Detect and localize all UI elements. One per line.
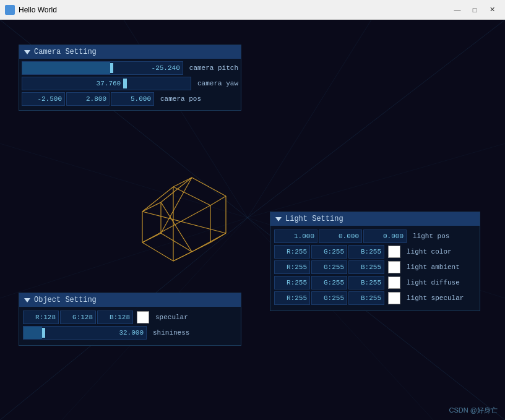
object-panel-content: specular 32.000 shininess — [19, 307, 241, 345]
camera-pos-z[interactable] — [111, 92, 154, 106]
light-pos-y[interactable] — [319, 229, 362, 243]
specular-color-swatch[interactable] — [137, 311, 149, 324]
app-icon — [5, 5, 15, 15]
camera-pitch-label: camera pitch — [184, 64, 238, 72]
light-panel-header: Light Setting — [270, 212, 480, 226]
light-collapse-icon[interactable] — [275, 217, 282, 221]
svg-line-28 — [173, 252, 192, 261]
light-panel-content: light pos light color light ambient — [270, 226, 480, 311]
camera-yaw-label: camera yaw — [192, 80, 238, 87]
light-specular-swatch[interactable] — [388, 292, 400, 304]
svg-line-33 — [161, 202, 192, 252]
svg-line-9 — [248, 144, 505, 218]
object-panel-header: Object Setting — [19, 293, 241, 307]
svg-line-5 — [248, 20, 371, 218]
light-diffuse-row: light diffuse — [274, 276, 476, 289]
light-diffuse-r[interactable] — [274, 276, 310, 289]
svg-line-22 — [161, 233, 192, 252]
light-color-b[interactable] — [348, 245, 384, 259]
light-specular-g[interactable] — [311, 291, 347, 305]
camera-pos-row: camera pos — [22, 92, 238, 106]
shininess-label: shininess — [148, 329, 189, 336]
light-diffuse-g[interactable] — [311, 276, 347, 289]
light-diffuse-b[interactable] — [348, 276, 384, 289]
light-diffuse-label: light diffuse — [402, 279, 460, 286]
light-ambient-row: light ambient — [274, 260, 476, 274]
minimize-button[interactable]: — — [449, 4, 465, 16]
svg-line-24 — [142, 202, 161, 212]
camera-pitch-row: -25.240 camera pitch — [22, 61, 238, 75]
specular-g[interactable] — [60, 311, 96, 324]
svg-line-15 — [173, 242, 210, 261]
svg-line-21 — [192, 233, 226, 252]
specular-row: specular — [23, 311, 237, 324]
light-panel-title: Light Setting — [285, 215, 343, 223]
camera-panel: Camera Setting -25.240 camera pitch 3 — [19, 45, 241, 111]
light-ambient-label: light ambient — [402, 264, 460, 271]
titlebar-left: Hello World — [5, 5, 57, 15]
svg-line-30 — [142, 212, 226, 233]
camera-pos-label: camera pos — [155, 95, 201, 103]
close-button[interactable]: ✕ — [484, 4, 500, 16]
light-color-swatch[interactable] — [388, 246, 400, 258]
camera-pos-x[interactable] — [22, 92, 65, 106]
light-pos-x[interactable] — [274, 229, 317, 243]
svg-line-12 — [142, 187, 173, 212]
shininess-value: 32.000 — [24, 329, 146, 336]
light-specular-row: light specular — [274, 291, 476, 305]
shininess-row: 32.000 shininess — [23, 326, 237, 340]
camera-yaw-value: 37.760 — [22, 80, 123, 87]
light-ambient-r[interactable] — [274, 260, 310, 274]
svg-line-27 — [210, 233, 226, 242]
svg-line-13 — [173, 187, 210, 205]
object-collapse-icon[interactable] — [24, 298, 30, 302]
titlebar-controls: — □ ✕ — [449, 4, 500, 16]
light-ambient-b[interactable] — [348, 260, 384, 274]
camera-yaw-row: 37.760 camera yaw — [22, 77, 238, 90]
camera-collapse-icon[interactable] — [24, 50, 30, 54]
titlebar: Hello World — □ ✕ — [0, 0, 505, 20]
svg-line-19 — [192, 178, 226, 196]
camera-pos-y[interactable] — [66, 92, 110, 106]
svg-line-29 — [142, 233, 161, 242]
camera-panel-header: Camera Setting — [19, 45, 241, 59]
svg-line-34 — [161, 178, 192, 233]
light-pos-z[interactable] — [363, 229, 407, 243]
svg-line-10 — [0, 218, 248, 298]
light-color-g[interactable] — [311, 245, 347, 259]
light-ambient-swatch[interactable] — [388, 261, 400, 273]
canvas-area: Camera Setting -25.240 camera pitch 3 — [0, 20, 505, 420]
svg-line-25 — [173, 178, 192, 187]
object-panel: Object Setting specular 32.000 — [19, 293, 241, 346]
window-title: Hello World — [19, 6, 57, 14]
light-panel: Light Setting light pos light color — [270, 212, 480, 311]
watermark: CSDN @好身亡 — [449, 406, 498, 415]
light-color-row: light color — [274, 245, 476, 259]
maximize-button[interactable]: □ — [467, 4, 483, 16]
specular-b[interactable] — [97, 311, 133, 324]
light-color-label: light color — [402, 248, 452, 255]
camera-panel-content: -25.240 camera pitch 37.760 camera yaw — [19, 59, 241, 110]
object-panel-title: Object Setting — [34, 296, 97, 304]
light-specular-b[interactable] — [348, 291, 384, 305]
light-pos-row: light pos — [274, 229, 476, 243]
camera-pitch-value: -25.240 — [22, 64, 183, 72]
light-ambient-g[interactable] — [311, 260, 347, 274]
light-specular-r[interactable] — [274, 291, 310, 305]
svg-line-18 — [161, 178, 192, 202]
svg-line-26 — [210, 196, 226, 205]
light-diffuse-swatch[interactable] — [388, 276, 400, 289]
svg-line-1 — [248, 20, 505, 218]
specular-label: specular — [150, 314, 188, 321]
light-pos-label: light pos — [408, 233, 449, 240]
svg-line-32 — [142, 205, 210, 242]
camera-panel-title: Camera Setting — [34, 48, 97, 56]
specular-r[interactable] — [23, 311, 59, 324]
svg-line-16 — [142, 242, 173, 261]
light-color-r[interactable] — [274, 245, 310, 259]
light-specular-label: light specular — [402, 294, 464, 302]
svg-line-8 — [0, 144, 248, 218]
